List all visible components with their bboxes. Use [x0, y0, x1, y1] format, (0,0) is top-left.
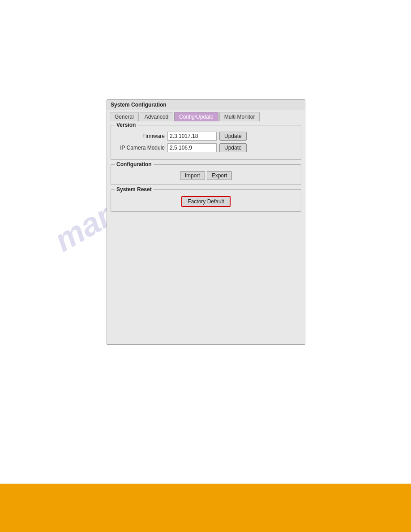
- firmware-update-button[interactable]: Update: [219, 132, 247, 141]
- configuration-legend: Configuration: [115, 161, 154, 167]
- configuration-section: Configuration Import Export: [111, 164, 301, 185]
- tab-content: Version Firmware Update IP Camera Module…: [107, 121, 305, 220]
- config-actions: Import Export: [116, 171, 296, 180]
- version-section: Version Firmware Update IP Camera Module…: [111, 125, 301, 160]
- ip-camera-update-button[interactable]: Update: [219, 143, 247, 152]
- firmware-label: Firmware: [116, 133, 165, 139]
- ip-camera-module-label: IP Camera Module: [116, 145, 165, 151]
- ip-camera-module-value[interactable]: [167, 143, 217, 152]
- version-legend: Version: [115, 122, 137, 128]
- tabs-bar: General Advanced Config/Update Multi Mon…: [107, 110, 305, 121]
- system-reset-actions: Factory Default: [116, 196, 296, 207]
- system-reset-section: System Reset Factory Default: [111, 189, 301, 212]
- factory-default-button[interactable]: Factory Default: [181, 196, 230, 207]
- export-button[interactable]: Export: [207, 171, 232, 180]
- orange-bar: [0, 484, 411, 532]
- firmware-row: Firmware Update: [116, 132, 296, 141]
- tab-general[interactable]: General: [110, 112, 139, 121]
- version-table: Firmware Update IP Camera Module Update: [116, 132, 296, 152]
- tab-config-update[interactable]: Config/Update: [174, 112, 218, 121]
- firmware-value[interactable]: [167, 132, 217, 141]
- tab-multi-monitor[interactable]: Multi Monitor: [219, 112, 260, 121]
- system-reset-legend: System Reset: [115, 186, 154, 193]
- window-title: System Configuration: [107, 100, 305, 110]
- system-config-window: System Configuration General Advanced Co…: [107, 99, 305, 345]
- tab-advanced[interactable]: Advanced: [140, 112, 173, 121]
- import-button[interactable]: Import: [180, 171, 205, 180]
- ip-camera-module-row: IP Camera Module Update: [116, 143, 296, 152]
